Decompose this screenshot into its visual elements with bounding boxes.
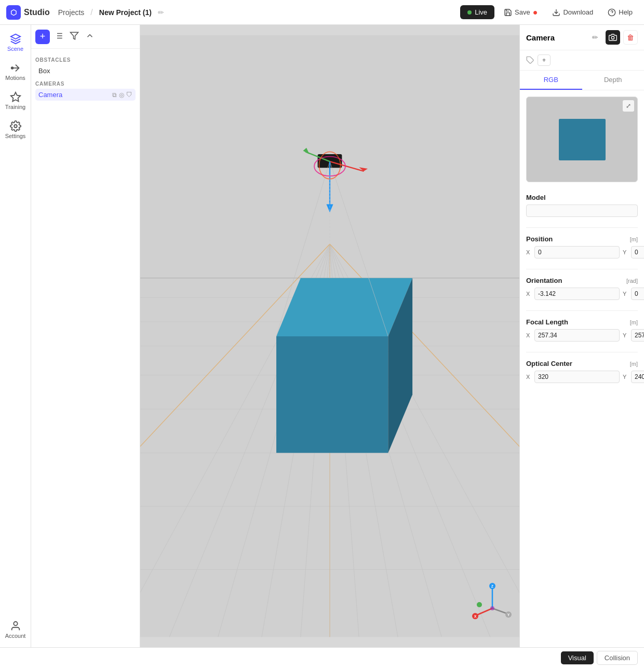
position-y-input[interactable]	[631, 246, 644, 258]
focal-x-input[interactable]	[534, 329, 620, 342]
chevron-up-icon	[85, 31, 95, 40]
svg-point-5	[14, 125, 17, 128]
right-panel: Camera ✏ 🗑 + RGB Depth ⤢ Model	[519, 25, 644, 647]
edit-project-name-button[interactable]: ✏	[156, 7, 166, 18]
main-area: Scene Motions Training Settings Account …	[0, 25, 644, 647]
focal-length-row: X Y	[526, 329, 638, 342]
camera-item-icons: ⧉ ◎ ⛉	[112, 91, 132, 99]
position-row: X Y Z	[526, 246, 638, 258]
panel-content: OBSTACLES Box CAMERAS Camera ⧉ ◎ ⛉	[31, 49, 140, 647]
orientation-row: X Y Z	[526, 288, 638, 300]
topbar-actions: Live Save ● Download Help	[460, 5, 638, 20]
delete-camera-button[interactable]: 🗑	[623, 30, 638, 45]
topbar: ⬡ Studio Projects / New Project (1) ✏ Li…	[0, 0, 644, 25]
live-label: Live	[475, 8, 487, 16]
list-icon	[54, 31, 63, 40]
sidebar-item-scene[interactable]: Scene	[1, 29, 30, 56]
svg-marker-4	[10, 92, 20, 101]
bottom-bar: Visual Collision	[0, 647, 644, 668]
focal-y-field: Y	[623, 329, 644, 342]
sidebar-item-training[interactable]: Training	[1, 87, 30, 114]
box-item-label: Box	[38, 67, 50, 75]
position-group-label: Position [m]	[526, 235, 638, 243]
orientation-x-input[interactable]	[534, 288, 620, 300]
filter-button[interactable]	[68, 29, 81, 44]
sidebar-motions-label: Motions	[5, 75, 25, 81]
tab-depth[interactable]: Depth	[582, 71, 645, 90]
sidebar-item-settings[interactable]: Settings	[1, 116, 30, 143]
svg-line-59	[492, 608, 507, 614]
visual-button[interactable]: Visual	[561, 651, 594, 664]
optical-center-section: Optical Center [m] X Y	[520, 355, 644, 391]
download-button[interactable]: Download	[547, 5, 598, 20]
svg-line-56	[477, 608, 492, 615]
account-icon	[10, 620, 21, 632]
tabs-row: RGB Depth	[520, 71, 644, 90]
download-label: Download	[563, 8, 593, 16]
optical-x-field: X	[526, 371, 620, 383]
camera-copy-icon[interactable]: ⧉	[112, 91, 117, 99]
collision-button[interactable]: Collision	[597, 651, 638, 665]
add-tag-button[interactable]: +	[538, 54, 551, 66]
list-item[interactable]: Box	[35, 65, 136, 77]
right-panel-header: Camera ✏ 🗑	[520, 25, 644, 50]
optical-center-row: X Y	[526, 371, 638, 383]
y-label: Y	[623, 249, 630, 255]
optical-x-input[interactable]	[534, 371, 620, 383]
model-input[interactable]	[526, 205, 638, 217]
motions-icon	[10, 62, 21, 74]
project-name: New Project (1)	[99, 8, 152, 17]
focal-length-section: Focal Length [m] X Y	[520, 313, 644, 350]
position-y-field: Y	[623, 246, 644, 258]
tab-rgb[interactable]: RGB	[520, 71, 582, 90]
right-panel-title: Camera	[526, 33, 585, 42]
obstacles-section-label: OBSTACLES	[35, 53, 136, 65]
expand-preview-button[interactable]: ⤢	[623, 100, 634, 112]
ox-label: X	[526, 291, 533, 297]
help-button[interactable]: Help	[602, 5, 638, 20]
save-button[interactable]: Save ●	[499, 5, 543, 20]
settings-icon	[10, 120, 21, 132]
edit-camera-button[interactable]: ✏	[588, 30, 602, 45]
camera-item-label: Camera	[38, 91, 62, 99]
nav-projects[interactable]: Projects	[58, 8, 85, 17]
tag-icon	[526, 56, 534, 64]
position-x-field: X	[526, 246, 620, 258]
sidebar-item-motions[interactable]: Motions	[1, 58, 30, 85]
svg-point-64	[611, 36, 614, 39]
focal-y-input[interactable]	[631, 329, 644, 342]
list-item[interactable]: Camera ⧉ ◎ ⛉	[35, 89, 136, 101]
fy-label: Y	[623, 332, 630, 338]
x-label: X	[526, 249, 533, 255]
position-x-input[interactable]	[534, 246, 620, 258]
ocy-label: Y	[623, 374, 630, 380]
svg-text:X: X	[474, 615, 477, 618]
sidebar-account-label: Account	[5, 633, 26, 639]
cameras-section-label: CAMERAS	[35, 77, 136, 89]
save-label: Save	[515, 8, 530, 16]
camera-visibility-icon[interactable]: ◎	[119, 91, 124, 99]
save-icon	[504, 8, 512, 17]
optical-y-input[interactable]	[631, 371, 644, 383]
viewport[interactable]: Z X Y	[140, 25, 519, 647]
camera-view-button[interactable]	[606, 30, 620, 45]
svg-point-63	[490, 606, 494, 610]
orientation-y-input[interactable]	[631, 288, 644, 300]
oy-label: Y	[623, 291, 630, 297]
axis-orientation-widget: Z X Y	[472, 580, 513, 621]
collapse-button[interactable]	[83, 29, 97, 44]
camera-preview: ⤢	[526, 97, 638, 182]
optical-y-field: Y	[623, 371, 644, 383]
sidebar-item-account[interactable]: Account	[1, 616, 30, 643]
logo-icon: ⬡	[6, 5, 21, 20]
list-view-button[interactable]	[52, 29, 65, 44]
live-indicator	[467, 10, 472, 15]
live-button[interactable]: Live	[460, 5, 494, 19]
orientation-x-field: X	[526, 288, 620, 300]
optical-center-group-label: Optical Center [m]	[526, 360, 638, 367]
camera-preview-box	[559, 119, 606, 160]
camera-lock-icon[interactable]: ⛉	[126, 91, 132, 99]
add-object-button[interactable]: +	[35, 30, 50, 44]
sidebar-training-label: Training	[5, 104, 25, 110]
svg-point-3	[11, 67, 13, 69]
